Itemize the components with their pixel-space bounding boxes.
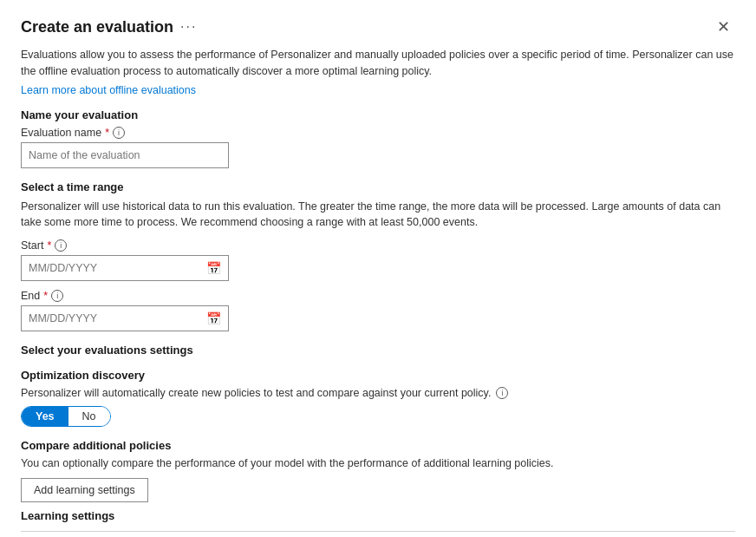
end-date-input[interactable]	[29, 312, 206, 324]
start-label: Start * i	[21, 239, 735, 252]
compare-title: Compare additional policies	[21, 439, 735, 452]
evaluation-name-label: Evaluation name * i	[21, 127, 735, 139]
name-section-title: Name your evaluation	[21, 108, 735, 121]
evaluation-name-input[interactable]	[21, 142, 229, 168]
end-info-icon[interactable]: i	[51, 290, 63, 302]
required-marker: *	[105, 127, 109, 139]
end-date-wrapper: 📅	[21, 305, 229, 331]
start-calendar-icon[interactable]: 📅	[206, 261, 221, 275]
end-date-field: End * i 📅	[21, 290, 735, 331]
evaluation-name-field: Evaluation name * i	[21, 127, 735, 168]
title-row: Create an evaluation ···	[21, 18, 197, 36]
main-description: Evaluations allow you to assess the perf…	[21, 47, 735, 80]
learning-settings-label: Learning settings	[21, 509, 735, 522]
end-calendar-icon[interactable]: 📅	[206, 311, 221, 325]
start-required: *	[47, 239, 51, 252]
optimization-info-icon[interactable]: i	[496, 387, 508, 399]
end-required: *	[43, 290, 48, 302]
panel-title: Create an evaluation	[21, 18, 173, 36]
add-learning-settings-button[interactable]: Add learning settings	[21, 478, 148, 502]
compare-policies-section: Compare additional policies You can opti…	[21, 439, 735, 522]
panel-ellipsis[interactable]: ···	[180, 19, 197, 35]
create-evaluation-panel: Create an evaluation ··· ✕ Evaluations a…	[0, 0, 756, 537]
close-button[interactable]: ✕	[712, 17, 735, 36]
time-range-section-title: Select a time range	[21, 180, 735, 193]
optimization-description: Personalizer will automatically create n…	[21, 387, 735, 399]
learn-more-link[interactable]: Learn more about offline evaluations	[21, 84, 196, 96]
settings-section-title: Select your evaluations settings	[21, 344, 735, 357]
start-date-field: Start * i 📅	[21, 239, 735, 281]
close-icon: ✕	[717, 18, 730, 36]
optimization-toggle: Yes No	[21, 406, 111, 427]
toggle-no-button[interactable]: No	[68, 407, 110, 426]
time-range-description: Personalizer will use historical data to…	[21, 199, 735, 232]
start-info-icon[interactable]: i	[55, 239, 67, 252]
divider	[21, 531, 735, 532]
panel-header: Create an evaluation ··· ✕	[21, 17, 735, 36]
optimization-discovery-section: Optimization discovery Personalizer will…	[21, 369, 735, 427]
name-info-icon[interactable]: i	[113, 127, 125, 139]
start-date-input[interactable]	[29, 262, 206, 274]
toggle-yes-button[interactable]: Yes	[22, 407, 68, 426]
end-label: End * i	[21, 290, 735, 302]
compare-description: You can optionally compare the performan…	[21, 457, 735, 469]
optimization-title: Optimization discovery	[21, 369, 735, 382]
start-date-wrapper: 📅	[21, 255, 229, 281]
